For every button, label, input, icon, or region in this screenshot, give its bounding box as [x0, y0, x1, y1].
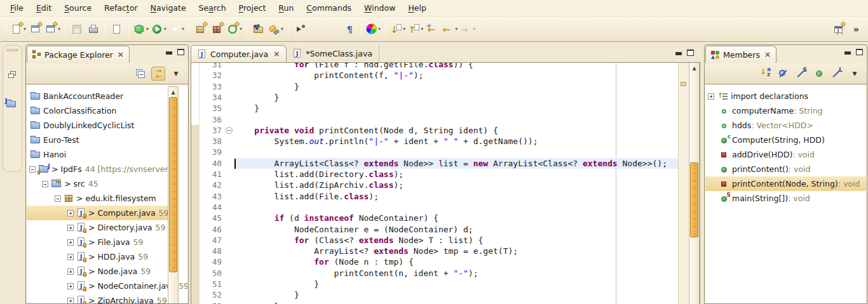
menu-source[interactable]: Source	[58, 1, 98, 15]
expand-icon[interactable]	[708, 93, 714, 100]
editor-maximize-button[interactable]	[687, 50, 694, 56]
dropdown-caret-icon[interactable]: ▾	[164, 26, 166, 32]
menu-project[interactable]: Project	[233, 1, 273, 15]
new-view-button[interactable]: ▾	[44, 20, 62, 38]
scrollbar-thumb[interactable]	[690, 162, 698, 237]
dropdown-caret-icon[interactable]: ▾	[24, 26, 26, 32]
code-text-area[interactable]: for (File f : hdd.get(File.class)) { pri…	[234, 63, 678, 304]
tree-item[interactable]: ColorClassification	[27, 103, 168, 118]
line-number[interactable]: 33	[200, 81, 222, 92]
new-package-button[interactable]	[193, 20, 209, 38]
code-line[interactable]	[234, 202, 678, 213]
code-line[interactable]: }	[234, 301, 678, 304]
back-button[interactable]: ←▾	[441, 20, 459, 38]
menu-file[interactable]: File	[4, 1, 30, 15]
code-line[interactable]: NodeContainer e = (NodeContainer) d;	[234, 224, 678, 235]
line-number[interactable]: 48	[200, 246, 222, 256]
print-button[interactable]	[85, 20, 102, 38]
member-item[interactable]: cComputer(String, HDD)	[705, 133, 866, 147]
minimize-button[interactable]	[165, 49, 172, 55]
code-editor[interactable]: 3132333435363738394041424344454647484950…	[191, 62, 700, 304]
show-public-button[interactable]	[812, 67, 826, 81]
code-line[interactable]: printContent(f, "|-");	[234, 70, 678, 81]
code-line[interactable]: }	[234, 103, 678, 114]
line-number[interactable]: 35	[200, 103, 222, 114]
tree-item[interactable]: J> Computer.java59	[27, 206, 168, 220]
tree-item[interactable]: DoublyLinkedCyclicList	[27, 118, 168, 133]
code-line[interactable]: for (Class<? extends Node> T : list) {	[234, 235, 678, 246]
view-menu-button[interactable]: ▼	[169, 67, 183, 81]
editor-scrollbar[interactable]: ▲	[689, 63, 700, 304]
member-item[interactable]: Smain(String[]) : void	[705, 191, 866, 206]
package-explorer-scrollbar[interactable]: ▲	[168, 86, 179, 303]
dropdown-caret-icon[interactable]: ▾	[58, 26, 60, 32]
debug-button[interactable]: ▾	[132, 20, 150, 38]
dropdown-caret-icon[interactable]: ▾	[378, 26, 381, 32]
overview-annotation[interactable]	[681, 82, 686, 86]
dropdown-caret-icon[interactable]: ▾	[281, 26, 283, 32]
code-line[interactable]	[234, 114, 678, 125]
line-number[interactable]: 46	[200, 224, 222, 235]
line-number[interactable]: 52	[200, 289, 222, 300]
line-number[interactable]: 40	[200, 158, 222, 169]
tree-item[interactable]: Euro-Test	[27, 133, 168, 147]
code-line[interactable]: printContent(n, ident + "-");	[234, 268, 678, 279]
fold-collapse-icon[interactable]: −	[226, 127, 233, 134]
hide-fields-button[interactable]	[776, 67, 790, 81]
line-number[interactable]: 41	[200, 169, 222, 180]
dropdown-caret-icon[interactable]: ▾	[421, 26, 423, 32]
code-line[interactable]: }	[234, 279, 678, 289]
open-resource-button[interactable]: J	[6, 100, 19, 112]
line-number[interactable]: 50	[200, 268, 222, 279]
expand-icon[interactable]	[67, 254, 74, 260]
member-item[interactable]: printContent(Node, String) : void	[705, 176, 866, 191]
dropdown-caret-icon[interactable]: ▾	[473, 26, 475, 32]
search-button[interactable]: ▾	[267, 20, 285, 38]
code-line[interactable]: for (File f : hdd.get(File.class)) {	[234, 62, 678, 70]
code-line[interactable]: }	[234, 92, 678, 103]
last-edit-location-button[interactable]: ✳←	[424, 20, 441, 38]
collapse-all-button[interactable]: −	[133, 67, 147, 81]
line-number[interactable]: 53	[200, 301, 222, 304]
menu-search[interactable]: Search	[193, 1, 233, 15]
code-line[interactable]: ArrayList<? extends Node> tmp = e.get(T)…	[234, 246, 678, 256]
menu-help[interactable]: Help	[402, 1, 433, 15]
new-wizard-button[interactable]: ▾	[10, 20, 27, 38]
next-annotation-button[interactable]: ↓▾	[389, 20, 407, 38]
scroll-up-icon[interactable]: ▲	[690, 63, 698, 72]
code-line[interactable]: for (Node n : tmp) {	[234, 256, 678, 267]
tree-item[interactable]: Hanoi	[27, 147, 168, 162]
tree-item[interactable]: J> ZipArchiv.java59	[27, 293, 168, 303]
annotation-ruler[interactable]	[191, 63, 200, 304]
member-item[interactable]: hdds : Vector<HDD>	[705, 118, 866, 133]
line-number[interactable]: 43	[200, 191, 222, 202]
menu-navigate[interactable]: Navigate	[144, 1, 193, 15]
tree-item[interactable]: BankAccountReader	[27, 89, 168, 103]
dropdown-caret-icon[interactable]: ▾	[240, 26, 242, 32]
code-line[interactable]	[234, 147, 678, 157]
member-item[interactable]: ↑import declarations	[705, 89, 866, 103]
member-item[interactable]: printContent() : void	[705, 162, 866, 176]
line-number[interactable]: 49	[200, 256, 222, 267]
prev-annotation-button[interactable]: ↑▾	[407, 20, 424, 38]
member-item[interactable]: addDrive(HDD) : void	[705, 147, 866, 162]
line-number[interactable]: 39	[200, 147, 222, 157]
maximize-button[interactable]	[177, 49, 184, 55]
run-external-button[interactable]: ▾	[168, 20, 186, 38]
run-button[interactable]: ▾	[150, 20, 168, 38]
line-number[interactable]: 38	[200, 136, 222, 147]
code-line[interactable]: }	[234, 289, 678, 300]
hide-local-types-button[interactable]: L	[830, 67, 844, 81]
tree-item[interactable]: J> File.java59	[27, 235, 168, 249]
code-line[interactable]: private void printContent(Node d, String…	[234, 125, 678, 136]
dropdown-caret-icon[interactable]: ▾	[403, 26, 405, 32]
tree-item[interactable]: J> NodeContainer.java59	[27, 279, 168, 293]
close-icon[interactable]: ×	[763, 50, 771, 59]
menu-run[interactable]: Run	[272, 1, 300, 15]
minimize-button[interactable]	[844, 49, 851, 55]
restore-view-button[interactable]	[6, 69, 19, 82]
folding-ruler[interactable]: −	[224, 63, 234, 304]
tree-item[interactable]: J> HDD.java59	[27, 249, 168, 264]
line-number-ruler[interactable]: 3132333435363738394041424344454647484950…	[200, 63, 224, 304]
member-item[interactable]: computerName : String	[705, 103, 866, 118]
